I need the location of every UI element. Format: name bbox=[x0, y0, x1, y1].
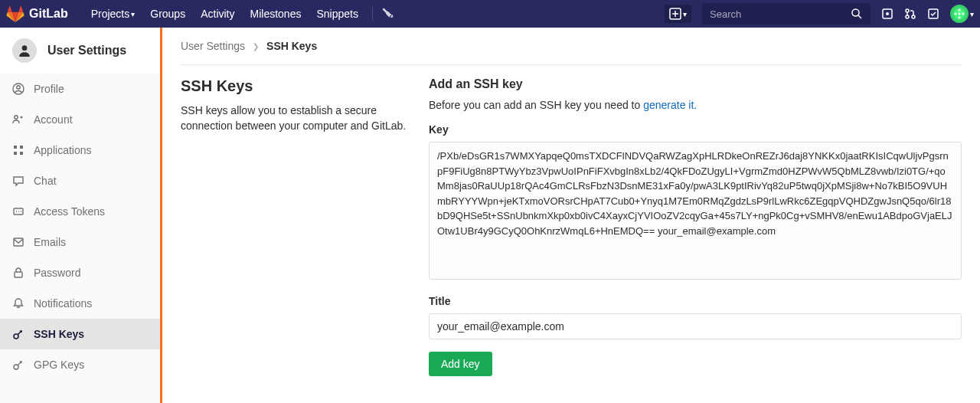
profile-icon bbox=[12, 83, 24, 95]
sidebar-item-account[interactable]: Account bbox=[0, 104, 160, 135]
nav-activity[interactable]: Activity bbox=[193, 2, 242, 26]
plus-icon bbox=[669, 8, 681, 20]
svg-point-15 bbox=[17, 86, 20, 89]
nav-milestones[interactable]: Milestones bbox=[243, 2, 309, 26]
section-title: SSH Keys bbox=[181, 77, 410, 95]
nav-snippets[interactable]: Snippets bbox=[309, 2, 365, 26]
sidebar-item-gpg-keys[interactable]: GPG Keys bbox=[0, 349, 160, 380]
svg-rect-23 bbox=[15, 272, 22, 277]
breadcrumb-current: SSH Keys bbox=[266, 40, 317, 52]
svg-point-4 bbox=[906, 9, 909, 12]
sidebar-header: User Settings bbox=[0, 28, 160, 74]
sidebar-item-label: SSH Keys bbox=[34, 328, 84, 340]
sidebar-item-label: Password bbox=[34, 267, 80, 279]
svg-point-11 bbox=[959, 9, 961, 11]
sidebar-item-chat[interactable]: Chat bbox=[0, 165, 160, 196]
nav-activity-label: Activity bbox=[201, 8, 234, 20]
svg-point-5 bbox=[906, 15, 909, 18]
sidebar-item-profile[interactable]: Profile bbox=[0, 74, 160, 104]
form-title: Add an SSH key bbox=[429, 77, 962, 91]
svg-rect-17 bbox=[14, 146, 17, 149]
title-label: Title bbox=[429, 295, 962, 307]
search-icon[interactable] bbox=[851, 8, 863, 20]
chevron-right-icon: ❯ bbox=[253, 42, 259, 51]
svg-point-1 bbox=[852, 9, 859, 16]
key-icon bbox=[12, 359, 24, 371]
form-help: Before you can add an SSH key you need t… bbox=[429, 99, 962, 111]
user-menu[interactable]: ▾ bbox=[950, 5, 974, 23]
sidebar-title: User Settings bbox=[47, 44, 126, 57]
form-layout: SSH Keys SSH keys allow you to establish… bbox=[181, 77, 962, 376]
nav-groups[interactable]: Groups bbox=[142, 2, 193, 26]
applications-icon bbox=[12, 144, 24, 156]
merge-request-icon[interactable] bbox=[904, 8, 916, 20]
sidebar-item-label: Applications bbox=[34, 144, 92, 156]
wrench-icon[interactable] bbox=[382, 8, 394, 20]
svg-rect-22 bbox=[14, 238, 23, 246]
svg-point-8 bbox=[959, 13, 961, 15]
content: User Settings ❯ SSH Keys SSH Keys SSH ke… bbox=[162, 28, 980, 403]
nav-milestones-label: Milestones bbox=[250, 8, 302, 20]
user-avatar-icon bbox=[12, 38, 37, 63]
gitlab-logo[interactable] bbox=[6, 5, 24, 23]
nav-snippets-label: Snippets bbox=[316, 8, 358, 20]
sidebar-item-label: Profile bbox=[34, 83, 64, 95]
svg-point-3 bbox=[886, 12, 889, 15]
generate-link[interactable]: generate it. bbox=[643, 99, 697, 111]
topbar-right: ▾ ▾ bbox=[665, 3, 974, 25]
help-prefix: Before you can add an SSH key you need t… bbox=[429, 99, 643, 111]
chat-icon bbox=[12, 175, 24, 187]
sidebar-item-ssh-keys[interactable]: SSH Keys bbox=[0, 319, 160, 349]
sidebar-item-password[interactable]: Password bbox=[0, 257, 160, 288]
search-box[interactable] bbox=[702, 3, 871, 25]
key-textarea[interactable] bbox=[429, 142, 962, 280]
sidebar-item-label: Emails bbox=[34, 236, 66, 248]
notifications-icon bbox=[12, 297, 24, 310]
svg-point-12 bbox=[959, 17, 961, 19]
emails-icon bbox=[12, 236, 24, 248]
topbar: GitLab Projects ▾ Groups Activity Milest… bbox=[0, 0, 980, 28]
svg-point-13 bbox=[22, 45, 28, 51]
sidebar-item-label: Account bbox=[34, 113, 73, 126]
form-main: Add an SSH key Before you can add an SSH… bbox=[429, 77, 962, 376]
svg-rect-20 bbox=[20, 152, 23, 155]
avatar bbox=[950, 5, 969, 23]
sidebar-item-label: GPG Keys bbox=[34, 359, 84, 371]
sidebar-item-access-tokens[interactable]: Access Tokens bbox=[0, 196, 160, 227]
sidebar-item-label: Chat bbox=[34, 175, 57, 187]
breadcrumb: User Settings ❯ SSH Keys bbox=[181, 40, 962, 65]
brand-label[interactable]: GitLab bbox=[29, 7, 68, 21]
search-input[interactable] bbox=[710, 8, 851, 20]
nav-groups-label: Groups bbox=[150, 8, 185, 20]
svg-point-10 bbox=[962, 13, 965, 15]
chevron-down-icon: ▾ bbox=[131, 10, 135, 18]
account-icon bbox=[12, 113, 24, 126]
chevron-down-icon: ▾ bbox=[970, 10, 974, 18]
new-button[interactable]: ▾ bbox=[665, 5, 691, 23]
breadcrumb-parent[interactable]: User Settings bbox=[181, 40, 245, 52]
svg-rect-19 bbox=[20, 146, 23, 149]
sidebar-item-applications[interactable]: Applications bbox=[0, 135, 160, 165]
svg-point-6 bbox=[912, 15, 915, 18]
form-aside: SSH Keys SSH keys allow you to establish… bbox=[181, 77, 410, 376]
key-icon bbox=[12, 328, 24, 340]
sidebar-item-label: Notifications bbox=[34, 297, 92, 310]
password-icon bbox=[12, 267, 24, 279]
svg-point-9 bbox=[955, 13, 957, 15]
sidebar-item-label: Access Tokens bbox=[34, 205, 105, 218]
nav-projects-label: Projects bbox=[91, 8, 130, 20]
key-label: Key bbox=[429, 123, 962, 136]
divider bbox=[372, 7, 373, 21]
add-key-button[interactable]: Add key bbox=[429, 352, 492, 376]
title-input[interactable] bbox=[429, 313, 962, 339]
access-tokens-icon bbox=[12, 205, 24, 218]
svg-rect-18 bbox=[14, 152, 17, 155]
section-desc: SSH keys allow you to establish a secure… bbox=[181, 103, 410, 134]
nav-projects[interactable]: Projects ▾ bbox=[83, 2, 143, 26]
sidebar-item-emails[interactable]: Emails bbox=[0, 227, 160, 257]
sidebar-item-notifications[interactable]: Notifications bbox=[0, 288, 160, 319]
todos-icon[interactable] bbox=[927, 8, 939, 20]
topbar-left: GitLab Projects ▾ Groups Activity Milest… bbox=[6, 2, 394, 26]
sidebar: User Settings Profile Account Applicatio… bbox=[0, 28, 162, 403]
issues-icon[interactable] bbox=[881, 8, 893, 20]
